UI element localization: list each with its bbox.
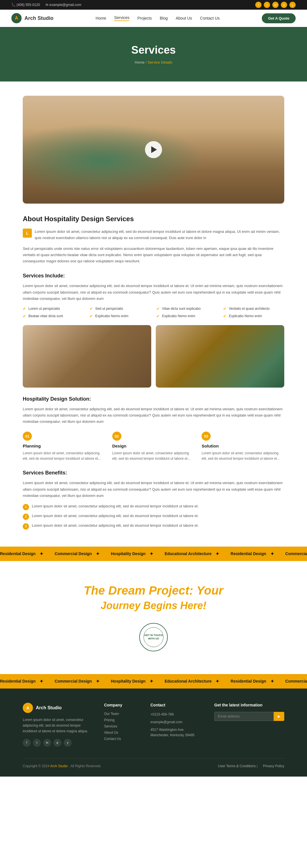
benefits-title: Services Benefits:: [23, 470, 284, 476]
facebook-icon[interactable]: f: [255, 2, 261, 8]
check-label-4: Veritatis et quasi architecto: [229, 307, 270, 311]
check-icon-5: ✔: [23, 314, 26, 318]
footer-twitter-icon[interactable]: t: [33, 739, 41, 747]
ticker-label-1: Residential Design: [0, 551, 35, 556]
get-quote-button[interactable]: Get A Quote: [262, 13, 296, 23]
ticker-item-6: Commercial Design ✦: [285, 551, 307, 557]
phone-info: 📞 (406) 555-0120: [11, 3, 40, 7]
check-icon-7: ✔: [156, 314, 160, 318]
services-include-title: Services Include:: [23, 273, 284, 279]
footer-facebook-icon[interactable]: f: [23, 739, 31, 747]
newsletter-email-input[interactable]: [214, 712, 274, 721]
solution-grid: 01 Planning Lorem ipsum dolor sit amet, …: [23, 432, 284, 461]
footer-link-pricing[interactable]: Pricing: [104, 718, 139, 722]
ticker-1: Residential Design ✦ Commercial Design ✦…: [0, 547, 307, 561]
footer-link-contact[interactable]: Contact Us: [104, 737, 139, 741]
dream-section: The Dream Project: Your Journey Begins H…: [0, 561, 307, 674]
solution-num-1: 01: [23, 432, 32, 441]
about-para: Sed ut perspiciatis unde omnis iste natu…: [23, 246, 284, 265]
play-button[interactable]: [145, 141, 162, 158]
terms-link[interactable]: User Terms & Conditions: [218, 764, 256, 768]
check-grid: ✔ Lorem ut perspiciatis ✔ Sed ut perspic…: [23, 306, 284, 318]
check-label-1: Lorem ut perspiciatis: [28, 307, 60, 311]
logo[interactable]: A Arch Studio: [11, 13, 53, 23]
check-item-3: ✔ Vitae dicta sunt explicabo: [156, 306, 218, 311]
dream-line1-accent: Your: [196, 584, 223, 597]
hero-section: Services Home / Service Details: [0, 27, 307, 82]
check-icon-4: ✔: [223, 306, 227, 311]
brand-link[interactable]: Arch Studio: [50, 764, 68, 768]
top-bar-contact: 📞 (406) 555-0120 ✉ example@gmail.com: [11, 3, 81, 7]
solution-num-3: 03: [201, 432, 211, 441]
ticker-star-5: ✦: [270, 551, 274, 557]
twitter-icon[interactable]: t: [264, 2, 270, 8]
footer-ticker-item-5: Residential Design ✦: [230, 679, 274, 684]
nav-contact[interactable]: Contact Us: [200, 16, 220, 21]
nav-links: Home Services Projects Blog About Us Con…: [95, 16, 220, 21]
solution-num-2: 02: [112, 432, 121, 441]
footer-link-our-team[interactable]: Our Team: [104, 712, 139, 716]
about-intro-text: Lorem ipsum dolor sit amet, consectetur …: [35, 228, 284, 241]
solution-text-1: Lorem ipsum dolor sit amet, consectetur …: [23, 451, 106, 461]
youtube-icon[interactable]: y: [289, 2, 296, 8]
footer-pinterest-icon[interactable]: p: [53, 739, 61, 747]
check-item-8: ✔ Explicabo Nemo enim: [223, 314, 284, 318]
solution-text-2: Lorem ipsum dolor sit amet, consectetur …: [112, 451, 195, 461]
nav-about[interactable]: About Us: [176, 16, 192, 21]
footer-link-about[interactable]: About Us: [104, 731, 139, 735]
footer-ticker-item-1: Residential Design ✦: [0, 679, 43, 684]
dream-line1-text: The Dream Project:: [84, 584, 193, 597]
ticker-label-2: Commercial Design: [55, 551, 92, 556]
pinterest-icon[interactable]: p: [281, 2, 287, 8]
logo-icon: A: [11, 13, 22, 23]
nav-projects[interactable]: Projects: [137, 16, 152, 21]
solution-title-2: Design: [112, 443, 195, 448]
footer-youtube-icon[interactable]: y: [64, 739, 72, 747]
services-include-intro: Lorem ipsum dolor sit amet, consectetur …: [23, 283, 284, 302]
phone-number: (406) 555-0120: [17, 3, 40, 7]
footer-company-col: Company Our Team Pricing Services About …: [104, 703, 139, 747]
benefit-item-1: 1 Lorem ipsum dolor sit amet, consectetu…: [23, 503, 284, 510]
ticker-star-1: ✦: [39, 551, 43, 557]
instagram-icon[interactable]: in: [272, 2, 279, 8]
copyright-label: Copyright © 2024: [23, 764, 50, 768]
footer-grid: A Arch Studio Lorem ipsum dolor sit amet…: [23, 703, 284, 747]
top-bar: 📞 (406) 555-0120 ✉ example@gmail.com f t…: [0, 0, 307, 10]
bullet-3: 3: [23, 523, 29, 530]
footer-logo-text: Arch Studio: [36, 705, 62, 710]
footer-link-services[interactable]: Services: [104, 724, 139, 728]
check-label-7: Explicabo Nemo enim: [162, 314, 195, 318]
solution-title-1: Planning: [23, 443, 106, 448]
email-info: ✉ example@gmail.com: [46, 3, 81, 7]
check-icon-3: ✔: [156, 306, 160, 311]
ticker-label-6: Commercial Design: [285, 551, 307, 556]
benefit-text-3: Lorem ipsum dolor sit amet, consectetur …: [32, 523, 199, 529]
nav-services[interactable]: Services: [114, 16, 130, 21]
check-label-6: Explicabo Nemo enim: [95, 314, 129, 318]
about-intro-row: L Lorem ipsum dolor sit amet, consectetu…: [23, 228, 284, 241]
video-overlay: [23, 96, 284, 204]
benefits-list: 1 Lorem ipsum dolor sit amet, consectetu…: [23, 503, 284, 530]
footer-ticker-star-3: ✦: [149, 679, 153, 684]
footer-social: f t in p y: [23, 739, 93, 747]
check-item-1: ✔ Lorem ut perspiciatis: [23, 306, 84, 311]
footer-newsletter-col: Get the latest information ▶: [214, 703, 284, 747]
nav-home[interactable]: Home: [95, 16, 106, 21]
breadcrumb-home[interactable]: Home: [135, 60, 145, 64]
bullet-2: 2: [23, 514, 29, 520]
newsletter-form: ▶: [214, 712, 284, 721]
privacy-link[interactable]: Privacy Policy: [263, 764, 284, 768]
ticker-star-2: ✦: [96, 551, 100, 557]
newsletter-submit-button[interactable]: ▶: [274, 712, 284, 721]
footer-instagram-icon[interactable]: in: [43, 739, 51, 747]
breadcrumb: Home / Service Details: [11, 60, 296, 64]
footer-bottom: Copyright © 2024 Arch Studio . All Right…: [23, 758, 284, 768]
footer-ticker-inner: Residential Design ✦ Commercial Design ✦…: [0, 679, 307, 684]
circle-badge[interactable]: GET IN TOUCH WITH US: [139, 623, 168, 651]
check-icon-8: ✔: [223, 314, 227, 318]
ticker-label-5: Residential Design: [230, 551, 266, 556]
check-label-2: Sed ut perspiciatis: [95, 307, 123, 311]
ticker-item-1: Residential Design ✦: [0, 551, 43, 557]
nav-blog[interactable]: Blog: [160, 16, 168, 21]
footer-ticker-star-1: ✦: [39, 679, 43, 684]
